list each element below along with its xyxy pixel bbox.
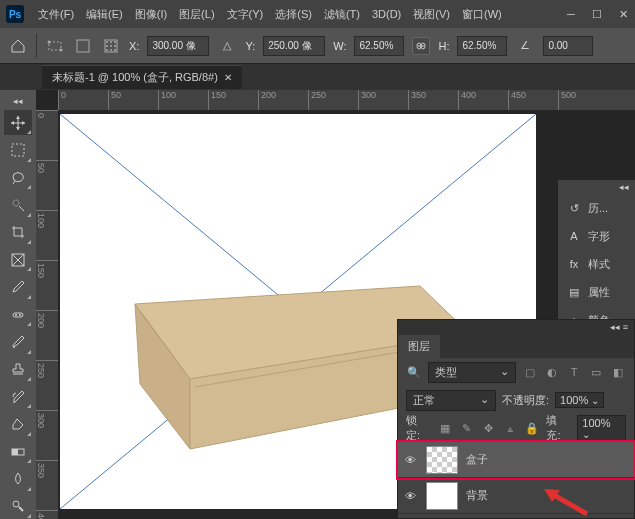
h-input[interactable] bbox=[457, 36, 507, 56]
ruler-tick: 100 bbox=[36, 210, 58, 260]
menu-image[interactable]: 图像(I) bbox=[129, 7, 173, 22]
grid-icon[interactable] bbox=[101, 36, 121, 56]
filter-smart-icon[interactable]: ◧ bbox=[610, 364, 626, 380]
svg-rect-19 bbox=[13, 313, 23, 317]
link-icon[interactable] bbox=[412, 37, 430, 55]
filter-text-icon[interactable]: T bbox=[566, 364, 582, 380]
panel-history[interactable]: ↺历... bbox=[558, 194, 635, 222]
svg-point-11 bbox=[106, 49, 108, 51]
filter-shape-icon[interactable]: ▭ bbox=[588, 364, 604, 380]
panel-glyph[interactable]: A字形 bbox=[558, 222, 635, 250]
transform-icon[interactable] bbox=[45, 36, 65, 56]
menu-file[interactable]: 文件(F) bbox=[32, 7, 80, 22]
fill-input[interactable]: 100% ⌄ bbox=[577, 415, 626, 442]
ruler-tick: 0 bbox=[36, 110, 58, 160]
svg-point-12 bbox=[110, 49, 112, 51]
brush-tool[interactable] bbox=[4, 329, 32, 354]
visibility-icon[interactable]: 👁 bbox=[402, 488, 418, 504]
layer-thumbnail[interactable] bbox=[426, 446, 458, 474]
svg-point-13 bbox=[114, 49, 116, 51]
layer-list: 👁盒子👁背景 bbox=[398, 442, 634, 514]
ruler-tick: 250 bbox=[36, 360, 58, 410]
lock-brush-icon[interactable]: ✎ bbox=[459, 420, 475, 436]
options-bar: X: △ Y: W: H: ∠ bbox=[0, 28, 635, 64]
app-logo-icon: Ps bbox=[6, 5, 24, 23]
ruler-tick: 50 bbox=[36, 160, 58, 210]
heal-tool[interactable] bbox=[4, 302, 32, 327]
layer-name: 盒子 bbox=[466, 452, 488, 467]
angle-input[interactable] bbox=[543, 36, 593, 56]
filter-adj-icon[interactable]: ◐ bbox=[544, 364, 560, 380]
eraser-tool[interactable] bbox=[4, 411, 32, 436]
ruler-tick: 150 bbox=[208, 90, 258, 110]
history-icon: ↺ bbox=[566, 200, 582, 216]
delta-icon[interactable]: △ bbox=[217, 36, 237, 56]
frame-tool[interactable] bbox=[4, 247, 32, 272]
opacity-input[interactable]: 100% ⌄ bbox=[555, 392, 604, 408]
dodge-tool[interactable] bbox=[4, 494, 32, 519]
minimize-icon[interactable]: ─ bbox=[565, 8, 577, 20]
crop-tool[interactable] bbox=[4, 220, 32, 245]
ref-point-icon[interactable] bbox=[73, 36, 93, 56]
ruler-tick: 50 bbox=[108, 90, 158, 110]
stamp-tool[interactable] bbox=[4, 357, 32, 382]
x-label: X: bbox=[129, 40, 139, 52]
eyedropper-tool[interactable] bbox=[4, 274, 32, 299]
w-label: W: bbox=[333, 40, 346, 52]
search-icon[interactable]: 🔍 bbox=[406, 364, 422, 380]
x-input[interactable] bbox=[147, 36, 209, 56]
layer-item[interactable]: 👁盒子 bbox=[398, 442, 634, 478]
menu-type[interactable]: 文字(Y) bbox=[221, 7, 270, 22]
panel-label: 属性 bbox=[588, 285, 610, 300]
svg-point-17 bbox=[13, 200, 19, 206]
ruler-tick: 100 bbox=[158, 90, 208, 110]
lock-pixels-icon[interactable]: ▦ bbox=[437, 420, 453, 436]
ruler-tick: 450 bbox=[508, 90, 558, 110]
menu-3d[interactable]: 3D(D) bbox=[366, 8, 407, 20]
history-brush-tool[interactable] bbox=[4, 384, 32, 409]
quick-select-tool[interactable] bbox=[4, 192, 32, 217]
collapse-icon[interactable]: ◂◂ bbox=[11, 94, 25, 108]
lock-artboard-icon[interactable]: ⟁ bbox=[503, 420, 519, 436]
svg-point-8 bbox=[106, 45, 108, 47]
panel-collapse-icon[interactable]: ◂◂ ≡ bbox=[398, 320, 634, 334]
blur-tool[interactable] bbox=[4, 466, 32, 491]
marquee-tool[interactable] bbox=[4, 137, 32, 162]
svg-rect-16 bbox=[12, 144, 24, 156]
menu-layer[interactable]: 图层(L) bbox=[173, 7, 220, 22]
move-tool[interactable] bbox=[4, 110, 32, 135]
menu-edit[interactable]: 编辑(E) bbox=[80, 7, 129, 22]
svg-rect-3 bbox=[77, 40, 89, 52]
lock-all-icon[interactable]: 🔒 bbox=[525, 420, 541, 436]
fx-icon: fx bbox=[566, 256, 582, 272]
layer-item[interactable]: 👁背景 bbox=[398, 478, 634, 514]
menu-window[interactable]: 窗口(W) bbox=[456, 7, 508, 22]
svg-point-1 bbox=[48, 40, 51, 43]
w-input[interactable] bbox=[354, 36, 404, 56]
tab-close-icon[interactable]: ✕ bbox=[224, 72, 232, 83]
svg-rect-23 bbox=[12, 449, 18, 455]
close-icon[interactable]: ✕ bbox=[617, 8, 629, 20]
document-tab[interactable]: 未标题-1 @ 100% (盒子, RGB/8#) ✕ bbox=[42, 65, 242, 89]
layer-thumbnail[interactable] bbox=[426, 482, 458, 510]
lasso-tool[interactable] bbox=[4, 165, 32, 190]
lock-move-icon[interactable]: ✥ bbox=[481, 420, 497, 436]
panel-label: 历... bbox=[588, 201, 608, 216]
filter-type-select[interactable]: 类型⌄ bbox=[428, 362, 516, 383]
layers-tab[interactable]: 图层 bbox=[398, 335, 440, 358]
filter-img-icon[interactable]: ▢ bbox=[522, 364, 538, 380]
ruler-tick: 150 bbox=[36, 260, 58, 310]
menu-view[interactable]: 视图(V) bbox=[407, 7, 456, 22]
y-label: Y: bbox=[245, 40, 255, 52]
panel-fx[interactable]: fx样式 bbox=[558, 250, 635, 278]
blend-mode-select[interactable]: 正常⌄ bbox=[406, 390, 496, 411]
maximize-icon[interactable]: ☐ bbox=[591, 8, 603, 20]
visibility-icon[interactable]: 👁 bbox=[402, 452, 418, 468]
gradient-tool[interactable] bbox=[4, 439, 32, 464]
y-input[interactable] bbox=[263, 36, 325, 56]
collapse-icon[interactable]: ◂◂ bbox=[558, 180, 635, 194]
panel-prop[interactable]: ▤属性 bbox=[558, 278, 635, 306]
menu-select[interactable]: 选择(S) bbox=[269, 7, 318, 22]
menu-filter[interactable]: 滤镜(T) bbox=[318, 7, 366, 22]
home-icon[interactable] bbox=[8, 36, 28, 56]
